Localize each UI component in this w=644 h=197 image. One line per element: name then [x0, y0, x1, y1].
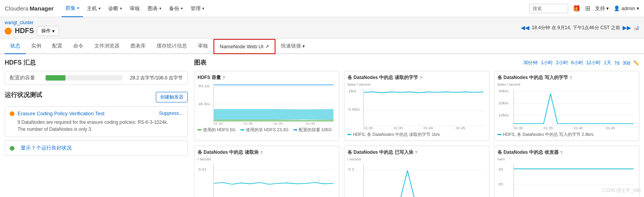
nav-charts[interactable]: 图表 ▾ — [144, 0, 165, 17]
next-next-arrow[interactable]: ▶▶ — [623, 25, 631, 31]
tab-status[interactable]: 状态 — [5, 39, 26, 54]
legend-item: HDFS, 各 DataNodes 中的总 读取的字节 1b/s — [348, 132, 440, 137]
svg-text:01:35: 01:35 — [393, 126, 403, 130]
left-panel: HDFS 汇总 配置的容量 28.2 吉字节/106.0 吉字节 运行状况测试 … — [5, 59, 188, 197]
chart-read-blocks-title: 各 DataNodes 中的总 读取块 ? — [198, 149, 336, 156]
chart-read-bytes-area: 1b/s 0.5b/s 01:30 01:35 01:40 01:45 — [348, 87, 486, 130]
warning-indicator — [10, 111, 14, 116]
nav-backup[interactable]: 备份 ▾ — [165, 0, 187, 17]
chart-hdfs-capacity-area: 93.1G 46.6G 01:30 01: — [198, 83, 336, 125]
chart-written-blocks-area: 0.2 01:30 01:35 01:40 01:45 — [348, 162, 486, 197]
health-section: 运行状况测试 创建触发器 Erasure Coding Policy Verif… — [5, 91, 188, 156]
chart-write-bytes-area: 30b/s 20b/s 10b/s 01:30 01:35 01:40 01:4… — [498, 87, 636, 130]
help-icon[interactable]: ? — [222, 76, 225, 80]
chart-transceivers-title: 各 DataNodes 中的总 收发器 ? — [498, 149, 636, 156]
prev-prev-arrow[interactable]: ◀◀ — [521, 25, 529, 31]
brand-cloudera: Cloudera — [5, 5, 28, 12]
health-item-description: 9 DataNodes are required for the erasure… — [18, 119, 183, 133]
legend-color — [293, 129, 297, 130]
help-icon[interactable]: ? — [420, 76, 422, 80]
operations-button[interactable]: 操作 ▾ — [37, 26, 59, 36]
summary-box: 配置的容量 28.2 吉字节/106.0 吉字节 — [5, 71, 188, 85]
svg-text:46.6G: 46.6G — [198, 102, 210, 106]
health-item-link[interactable]: Erasure Coding Policy Verification Test — [18, 111, 104, 116]
svg-text:30: 30 — [498, 167, 503, 171]
nav-audit[interactable]: 审核 — [126, 0, 144, 17]
filter-12h[interactable]: 12小时 — [586, 60, 601, 66]
breadcrumb-link[interactable]: wangt_cluster — [5, 20, 34, 25]
svg-text:01:30: 01:30 — [213, 122, 223, 125]
svg-text:01:35: 01:35 — [543, 126, 553, 130]
service-name: HDFS — [15, 27, 34, 35]
svg-text:30b/s: 30b/s — [498, 89, 508, 93]
filter-2h[interactable]: 2小时 — [556, 60, 568, 66]
filter-30min[interactable]: 30分钟 — [523, 60, 538, 66]
charts-title: 图表 — [194, 59, 206, 67]
chart-read-bytes-title: 各 DataNodes 中的总 读取的字节 ? — [348, 74, 486, 81]
tab-quicklinks[interactable]: 快速链接 ▾ — [275, 39, 311, 53]
svg-text:01:35: 01:35 — [243, 122, 253, 125]
service-status-badge — [5, 28, 12, 35]
svg-text:01:45: 01:45 — [306, 122, 315, 125]
filter-6h[interactable]: 6小时 — [571, 60, 583, 66]
chart-timeline-icon[interactable]: 📊 — [633, 25, 639, 30]
tab-commands[interactable]: 命令 — [68, 39, 89, 54]
health-item-good: 显示 7 个运行良好状况 — [5, 140, 188, 156]
svg-text:01:40: 01:40 — [423, 126, 433, 130]
create-trigger-button[interactable]: 创建触发器 — [156, 92, 188, 102]
tab-cache[interactable]: 缓存统计信息 — [151, 39, 192, 54]
tab-chartlib[interactable]: 图表库 — [125, 39, 151, 54]
search-input[interactable] — [529, 4, 568, 13]
chart-svg: 0.2 01:30 01:35 01:40 01:45 — [348, 162, 486, 197]
legend-item: 使用的非 HDFS 23.3G — [240, 127, 289, 133]
svg-text:01:40: 01:40 — [573, 126, 583, 130]
svg-marker-6 — [213, 120, 333, 121]
chart-written-blocks: 各 DataNodes 中的总 已写入块 ? / second 0.2 01:3… — [344, 146, 489, 197]
filter-7d[interactable]: 7d — [614, 60, 619, 66]
support-button[interactable]: 支持 ▾ — [595, 5, 609, 12]
chart-read-bytes: 各 DataNodes 中的总 读取的字节 ? bytes / second 1… — [344, 71, 489, 141]
chart-written-blocks-title: 各 DataNodes 中的总 已写入块 ? — [348, 149, 486, 156]
svg-marker-7 — [213, 109, 333, 120]
health-item-erasure: Erasure Coding Policy Verification Test … — [5, 106, 188, 137]
tab-config[interactable]: 配置 — [47, 39, 68, 54]
nav-host[interactable]: 主机 ▾ — [83, 0, 104, 17]
nav-diag[interactable]: 诊断 ▾ — [104, 0, 126, 17]
top-nav: Cloudera Manager 群集 ▾ 主机 ▾ 诊断 ▾ 审核 图表 ▾ … — [0, 0, 644, 17]
chevron-down-icon: ▾ — [52, 28, 55, 34]
admin-button[interactable]: 👤 admin ▾ — [614, 5, 639, 11]
filter-30d[interactable]: 30d — [623, 60, 630, 66]
svg-text:20b/s: 20b/s — [498, 101, 508, 105]
chevron-down-icon: ▾ — [120, 6, 122, 11]
svg-text:01:30: 01:30 — [513, 126, 523, 130]
top-right: 🎁 ⊞ 支持 ▾ 👤 admin ▾ — [529, 4, 639, 13]
chart-write-bytes-legend: HDFS, 各 DataNodes 中的总 写入的字节 2.8b/s — [498, 132, 636, 137]
tab-filebrowser[interactable]: 文件浏览器 — [89, 39, 125, 54]
suppress-link[interactable]: Suppress... — [159, 111, 183, 116]
legend-item: 配置的容量 106G — [293, 127, 332, 133]
nav-admin[interactable]: 管理 ▾ — [187, 0, 208, 17]
svg-text:01:45: 01:45 — [456, 126, 465, 130]
help-icon[interactable]: ? — [570, 76, 572, 80]
nav-cluster[interactable]: 群集 ▾ — [62, 0, 83, 17]
chevron-down-icon: ▾ — [302, 43, 305, 49]
chart-hdfs-capacity-legend: 使用的 HDFS 5G 使用的非 HDFS 23.3G 配置的容量 106G — [198, 127, 336, 133]
filter-1d[interactable]: 1天 — [604, 60, 611, 66]
capacity-progress-fill — [46, 75, 65, 81]
tab-instances[interactable]: 实例 — [26, 39, 47, 54]
chart-svg: 0.01 01:30 01:35 01:40 01:45 — [198, 162, 336, 197]
edit-charts-icon[interactable]: ✏️ — [633, 60, 639, 66]
filter-1h[interactable]: 1小时 — [541, 60, 553, 66]
brand: Cloudera Manager — [5, 5, 54, 12]
gift-icon[interactable]: 🎁 — [573, 5, 580, 12]
tab-namenode-webui[interactable]: NameNode Web UI ↗ — [213, 39, 275, 54]
chart-hdfs-capacity-title: HDFS 容量 ? — [198, 74, 336, 81]
help-icon[interactable]: ? — [260, 150, 263, 155]
help-icon[interactable]: ? — [560, 150, 563, 155]
svg-text:0.01: 0.01 — [198, 167, 206, 171]
grid-icon[interactable]: ⊞ — [585, 5, 590, 12]
help-icon[interactable]: ? — [415, 150, 418, 155]
good-health-link[interactable]: 显示 7 个运行良好状况 — [21, 144, 72, 151]
health-header: 运行状况测试 创建触发器 — [5, 91, 188, 103]
tab-audit[interactable]: 审核 — [192, 39, 213, 54]
